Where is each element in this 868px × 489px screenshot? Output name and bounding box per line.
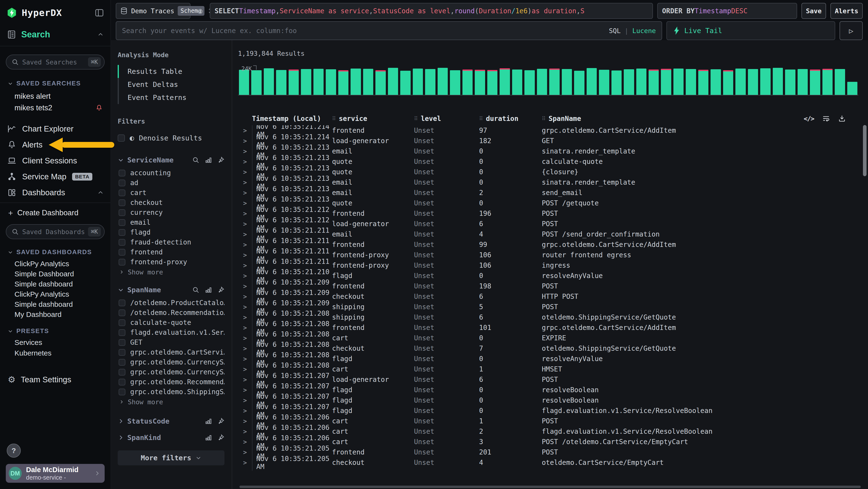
event-search-input[interactable] [122,27,604,35]
filter-option[interactable]: grpc.oteldemo.ShippingS… [118,387,224,397]
table-row[interactable]: >Nov 6 10:35:21.211 AMfrontend-proxyUnse… [238,260,868,270]
table-row[interactable]: >Nov 6 10:35:21.209 AMfrontendUnset198PO… [238,281,868,291]
table-row[interactable]: >Nov 6 10:35:21.212 AMfrontendUnset196PO… [238,208,868,219]
histogram-bar[interactable] [487,70,497,95]
filter-checkbox[interactable] [119,369,125,376]
sidebar-item-search[interactable]: Search [0,18,111,46]
filter-checkbox[interactable] [119,209,125,216]
table-row[interactable]: >Nov 6 10:35:21.212 AMload-generatorUnse… [238,219,868,229]
saved-dashboard-item[interactable]: ClickPy Analytics [6,259,105,269]
drag-handle-icon[interactable]: ⠿ [332,116,336,122]
histogram-bar[interactable] [636,68,646,95]
column-header-timestamp[interactable]: Timestamp (Local) [252,115,332,123]
table-row[interactable]: >Nov 6 10:35:21.211 AMfrontend-proxyUnse… [238,250,868,260]
filter-group-spankind[interactable]: SpanKind [118,432,224,443]
filter-option[interactable]: /oteldemo.ProductCatalo… [118,298,224,308]
filter-checkbox[interactable] [119,299,125,306]
filter-option[interactable]: flagd.evaluation.v1.Ser… [118,327,224,338]
table-row[interactable]: >Nov 6 10:35:21.206 AMcartUnset2flagd.ev… [238,426,868,437]
drag-handle-icon[interactable]: ⠿ [479,116,483,122]
histogram-bar[interactable] [524,70,534,95]
preset-item[interactable]: Kubernetes [6,348,105,358]
filter-checkbox[interactable] [119,379,125,385]
filter-checkbox[interactable] [119,339,125,346]
pin-icon[interactable] [217,156,224,164]
row-expander-icon[interactable]: > [238,376,252,383]
histogram-bar[interactable] [823,69,833,95]
row-expander-icon[interactable]: > [238,335,252,342]
histogram-bar[interactable] [338,70,348,95]
histogram-bar[interactable] [760,68,770,95]
row-expander-icon[interactable]: > [238,158,252,165]
histogram-bar[interactable] [723,70,733,95]
row-expander-icon[interactable]: > [238,345,252,352]
spanname-show-more[interactable]: Show more [118,397,224,407]
histogram-bar[interactable] [549,68,559,95]
row-expander-icon[interactable]: > [238,200,252,207]
row-expander-icon[interactable]: > [238,210,252,217]
histogram-bar[interactable] [537,69,547,95]
histogram-bar[interactable] [773,68,783,95]
histogram-bar[interactable] [276,70,286,95]
table-row[interactable]: >Nov 6 10:35:21.213 AMemailUnset0sinatra… [238,146,868,156]
histogram-bar[interactable] [388,68,398,95]
sidebar-item-alerts[interactable]: Alerts [6,137,105,153]
horizontal-scrollbar[interactable] [240,486,861,488]
histogram-bar[interactable] [264,68,274,95]
row-expander-icon[interactable]: > [238,127,252,134]
table-row[interactable]: >Nov 6 10:35:21.213 AMemailUnset2send_em… [238,188,868,198]
saved-dashboards-search[interactable]: ⌘K [6,224,105,239]
filter-option[interactable]: ad [118,178,224,188]
filter-group-servicename[interactable]: ServiceName [118,154,224,166]
filter-checkbox[interactable] [119,170,125,176]
row-expander-icon[interactable]: > [238,459,252,466]
user-menu[interactable]: DM Dale McDiarmid demo-service - [6,464,105,483]
histogram-bar[interactable] [475,70,485,95]
saved-searches-input[interactable] [22,58,85,66]
filter-checkbox[interactable] [119,319,125,326]
row-expander-icon[interactable]: > [238,449,252,456]
histogram-bar[interactable] [624,69,634,95]
row-expander-icon[interactable]: > [238,324,252,332]
filter-checkbox[interactable] [119,359,125,366]
histogram-bar[interactable] [562,69,572,95]
row-expander-icon[interactable]: > [238,252,252,259]
histogram-bar[interactable] [735,68,745,95]
row-expander-icon[interactable]: > [238,314,252,321]
filter-option[interactable]: grpc.oteldemo.Recommend… [118,377,224,387]
histogram-bar[interactable] [326,69,336,95]
histogram-bar[interactable] [587,68,597,95]
histogram-bar[interactable] [350,68,361,95]
table-row[interactable]: >Nov 6 10:35:21.205 AMcheckoutUnset4otel… [238,457,868,468]
bar-chart-icon[interactable] [205,418,212,425]
table-row[interactable]: >Nov 6 10:35:21.207 AMload-generatorUnse… [238,374,868,385]
chevron-up-icon[interactable] [97,31,104,38]
filter-checkbox[interactable] [119,310,125,316]
filter-group-statuscode[interactable]: StatusCode [118,415,224,427]
histogram-bar[interactable] [574,71,584,95]
histogram-bar[interactable] [847,82,858,95]
filter-option[interactable]: frontend [118,247,224,257]
histogram-bar[interactable] [251,70,261,95]
histogram-bar[interactable] [649,69,659,95]
row-expander-icon[interactable]: > [238,428,252,435]
column-header-level[interactable]: ⠿level [414,115,479,123]
run-query-button[interactable]: ▷ [840,21,863,40]
row-expander-icon[interactable]: > [238,418,252,425]
row-expander-icon[interactable]: > [238,304,252,311]
table-row[interactable]: >Nov 6 10:35:21.205 AMfrontendUnset201PO… [238,447,868,457]
histogram-bar[interactable] [599,70,609,95]
row-expander-icon[interactable]: > [238,241,252,248]
row-expander-icon[interactable]: > [238,386,252,394]
histogram-bar[interactable] [711,69,721,95]
histogram-bar[interactable] [313,69,323,95]
saved-dashboard-item[interactable]: ClickPy Analytics [6,289,105,299]
language-toggle[interactable]: SQL | Lucene [609,27,656,34]
histogram-bar[interactable] [438,68,448,95]
saved-dashboard-item[interactable]: Simple dashboard [6,299,105,310]
denoise-checkbox[interactable] [118,135,125,142]
saved-dashboards-input[interactable] [22,228,85,236]
mode-event-deltas[interactable]: Event Deltas [119,78,224,91]
row-expander-icon[interactable]: > [238,220,252,228]
table-row[interactable]: >Nov 6 10:35:21.213 AMquoteUnset0POST /g… [238,198,868,208]
